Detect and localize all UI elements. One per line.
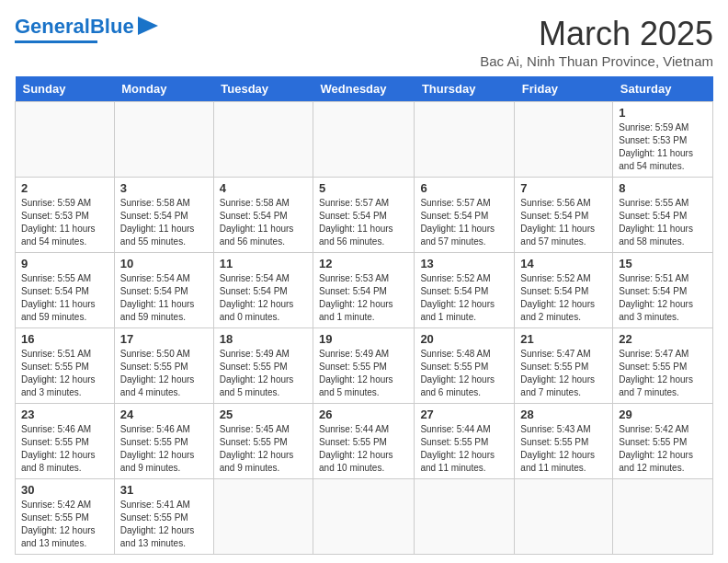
day-info: Sunrise: 5:54 AM Sunset: 5:54 PM Dayligh…: [120, 272, 208, 324]
calendar-cell: 3Sunrise: 5:58 AM Sunset: 5:54 PM Daylig…: [114, 178, 213, 253]
calendar-week-row: 9Sunrise: 5:55 AM Sunset: 5:54 PM Daylig…: [16, 253, 713, 328]
day-number: 21: [520, 332, 607, 346]
day-number: 31: [120, 483, 208, 497]
calendar-cell: [515, 102, 613, 178]
day-number: 23: [21, 408, 108, 421]
day-number: 3: [120, 181, 208, 195]
day-number: 4: [220, 181, 307, 195]
calendar-cell: 1Sunrise: 5:59 AM Sunset: 5:53 PM Daylig…: [613, 102, 713, 178]
day-number: 1: [619, 106, 707, 120]
logo-general: General: [15, 15, 90, 38]
logo: GeneralBlue: [15, 15, 158, 43]
calendar-cell: 12Sunrise: 5:53 AM Sunset: 5:54 PM Dayli…: [313, 253, 415, 328]
calendar-cell: 30Sunrise: 5:42 AM Sunset: 5:55 PM Dayli…: [16, 479, 115, 555]
calendar-cell: 18Sunrise: 5:49 AM Sunset: 5:55 PM Dayli…: [213, 328, 313, 404]
day-number: 27: [420, 408, 508, 421]
calendar-cell: 2Sunrise: 5:59 AM Sunset: 5:53 PM Daylig…: [16, 178, 115, 253]
day-number: 22: [619, 332, 707, 346]
day-number: 7: [520, 181, 607, 195]
day-info: Sunrise: 5:52 AM Sunset: 5:54 PM Dayligh…: [420, 272, 508, 324]
calendar-table: SundayMondayTuesdayWednesdayThursdayFrid…: [15, 76, 713, 555]
day-number: 16: [21, 332, 108, 346]
day-number: 15: [619, 257, 707, 270]
calendar-week-row: 2Sunrise: 5:59 AM Sunset: 5:53 PM Daylig…: [16, 178, 713, 253]
calendar-cell: [313, 479, 415, 555]
calendar-cell: 13Sunrise: 5:52 AM Sunset: 5:54 PM Dayli…: [415, 253, 515, 328]
calendar-cell: 29Sunrise: 5:42 AM Sunset: 5:55 PM Dayli…: [613, 404, 713, 479]
calendar-cell: 23Sunrise: 5:46 AM Sunset: 5:55 PM Dayli…: [16, 404, 115, 479]
weekday-header-wednesday: Wednesday: [313, 76, 415, 102]
calendar-cell: [613, 479, 713, 555]
day-info: Sunrise: 5:42 AM Sunset: 5:55 PM Dayligh…: [21, 499, 108, 550]
weekday-header-row: SundayMondayTuesdayWednesdayThursdayFrid…: [16, 76, 713, 102]
day-info: Sunrise: 5:47 AM Sunset: 5:55 PM Dayligh…: [520, 348, 607, 399]
calendar-cell: [415, 479, 515, 555]
day-number: 25: [220, 408, 307, 421]
calendar-cell: [114, 102, 213, 178]
day-info: Sunrise: 5:58 AM Sunset: 5:54 PM Dayligh…: [120, 197, 208, 248]
calendar-week-row: 16Sunrise: 5:51 AM Sunset: 5:55 PM Dayli…: [16, 328, 713, 404]
day-info: Sunrise: 5:47 AM Sunset: 5:55 PM Dayligh…: [619, 348, 707, 399]
day-info: Sunrise: 5:49 AM Sunset: 5:55 PM Dayligh…: [220, 348, 307, 399]
calendar-cell: 8Sunrise: 5:55 AM Sunset: 5:54 PM Daylig…: [613, 178, 713, 253]
day-info: Sunrise: 5:44 AM Sunset: 5:55 PM Dayligh…: [319, 423, 408, 475]
calendar-week-row: 1Sunrise: 5:59 AM Sunset: 5:53 PM Daylig…: [16, 102, 713, 178]
day-number: 30: [21, 483, 108, 497]
calendar-cell: 22Sunrise: 5:47 AM Sunset: 5:55 PM Dayli…: [613, 328, 713, 404]
day-info: Sunrise: 5:46 AM Sunset: 5:55 PM Dayligh…: [120, 423, 208, 475]
day-number: 18: [220, 332, 307, 346]
calendar-cell: [213, 102, 313, 178]
weekday-header-monday: Monday: [114, 76, 213, 102]
day-info: Sunrise: 5:42 AM Sunset: 5:55 PM Dayligh…: [619, 423, 707, 475]
calendar-cell: 9Sunrise: 5:55 AM Sunset: 5:54 PM Daylig…: [16, 253, 115, 328]
day-info: Sunrise: 5:58 AM Sunset: 5:54 PM Dayligh…: [220, 197, 307, 248]
day-number: 6: [420, 181, 508, 195]
day-info: Sunrise: 5:59 AM Sunset: 5:53 PM Dayligh…: [619, 121, 707, 173]
location-title: Bac Ai, Ninh Thuan Province, Vietnam: [480, 53, 713, 69]
calendar-cell: 4Sunrise: 5:58 AM Sunset: 5:54 PM Daylig…: [213, 178, 313, 253]
calendar-cell: 5Sunrise: 5:57 AM Sunset: 5:54 PM Daylig…: [313, 178, 415, 253]
calendar-cell: 10Sunrise: 5:54 AM Sunset: 5:54 PM Dayli…: [114, 253, 213, 328]
day-number: 8: [619, 181, 707, 195]
calendar-cell: [515, 479, 613, 555]
day-info: Sunrise: 5:52 AM Sunset: 5:54 PM Dayligh…: [520, 272, 607, 324]
day-info: Sunrise: 5:48 AM Sunset: 5:55 PM Dayligh…: [420, 348, 508, 399]
day-number: 13: [420, 257, 508, 270]
calendar-cell: 27Sunrise: 5:44 AM Sunset: 5:55 PM Dayli…: [415, 404, 515, 479]
day-info: Sunrise: 5:59 AM Sunset: 5:53 PM Dayligh…: [21, 197, 108, 248]
weekday-header-friday: Friday: [515, 76, 613, 102]
calendar-cell: [16, 102, 115, 178]
day-number: 24: [120, 408, 208, 421]
logo-text: GeneralBlue: [15, 17, 134, 37]
day-number: 19: [319, 332, 408, 346]
calendar-cell: 19Sunrise: 5:49 AM Sunset: 5:55 PM Dayli…: [313, 328, 415, 404]
day-info: Sunrise: 5:45 AM Sunset: 5:55 PM Dayligh…: [220, 423, 307, 475]
calendar-cell: 17Sunrise: 5:50 AM Sunset: 5:55 PM Dayli…: [114, 328, 213, 404]
day-number: 17: [120, 332, 208, 346]
calendar-cell: 20Sunrise: 5:48 AM Sunset: 5:55 PM Dayli…: [415, 328, 515, 404]
day-info: Sunrise: 5:51 AM Sunset: 5:55 PM Dayligh…: [21, 348, 108, 399]
logo-blue: Blue: [90, 15, 134, 38]
calendar-cell: 11Sunrise: 5:54 AM Sunset: 5:54 PM Dayli…: [213, 253, 313, 328]
month-title: March 2025: [480, 15, 713, 53]
day-info: Sunrise: 5:57 AM Sunset: 5:54 PM Dayligh…: [420, 197, 508, 248]
day-info: Sunrise: 5:46 AM Sunset: 5:55 PM Dayligh…: [21, 423, 108, 475]
calendar-cell: 25Sunrise: 5:45 AM Sunset: 5:55 PM Dayli…: [213, 404, 313, 479]
weekday-header-saturday: Saturday: [613, 76, 713, 102]
svg-marker-0: [138, 17, 158, 35]
day-info: Sunrise: 5:53 AM Sunset: 5:54 PM Dayligh…: [319, 272, 408, 324]
day-info: Sunrise: 5:55 AM Sunset: 5:54 PM Dayligh…: [619, 197, 707, 248]
weekday-header-sunday: Sunday: [16, 76, 115, 102]
day-info: Sunrise: 5:54 AM Sunset: 5:54 PM Dayligh…: [220, 272, 307, 324]
day-info: Sunrise: 5:49 AM Sunset: 5:55 PM Dayligh…: [319, 348, 408, 399]
day-info: Sunrise: 5:43 AM Sunset: 5:55 PM Dayligh…: [520, 423, 607, 475]
calendar-cell: 24Sunrise: 5:46 AM Sunset: 5:55 PM Dayli…: [114, 404, 213, 479]
day-number: 12: [319, 257, 408, 270]
calendar-cell: [415, 102, 515, 178]
calendar-cell: [213, 479, 313, 555]
calendar-cell: 28Sunrise: 5:43 AM Sunset: 5:55 PM Dayli…: [515, 404, 613, 479]
day-info: Sunrise: 5:57 AM Sunset: 5:54 PM Dayligh…: [319, 197, 408, 248]
calendar-cell: 16Sunrise: 5:51 AM Sunset: 5:55 PM Dayli…: [16, 328, 115, 404]
day-info: Sunrise: 5:56 AM Sunset: 5:54 PM Dayligh…: [520, 197, 607, 248]
day-number: 2: [21, 181, 108, 195]
